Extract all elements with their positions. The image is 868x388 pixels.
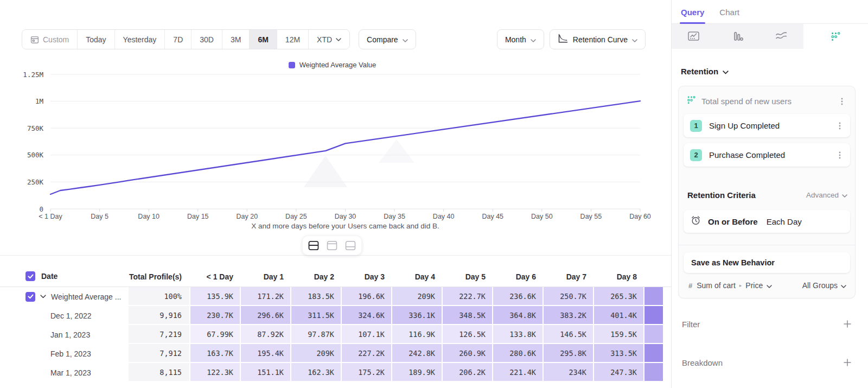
range-label: 3M	[231, 35, 241, 44]
date-header-cell: Date	[0, 271, 129, 287]
value-cell: 122.3K	[189, 363, 240, 382]
step-label: Purchase Completed	[709, 150, 828, 160]
select-all-checkbox[interactable]	[25, 271, 35, 281]
step-label: Sign Up Completed	[709, 121, 828, 130]
step-kebab-menu[interactable]	[835, 120, 845, 131]
table-row[interactable]: Feb 1, 20237,912163.7K195.4K209K227.2K24…	[0, 344, 671, 363]
chart-type-flow-button[interactable]	[760, 24, 803, 49]
behavior-steps: 1Sign Up Completed2Purchase Completed	[684, 114, 850, 167]
criteria-card[interactable]: On or Before Each Day	[684, 210, 850, 233]
chevron-down-icon	[632, 35, 637, 44]
retention-section-dropdown[interactable]: Retention	[681, 67, 856, 76]
add-filter-button[interactable]	[842, 319, 853, 329]
value-cell: 222.7K	[442, 287, 492, 306]
value-cell: 206.2K	[442, 363, 492, 382]
all-groups-label: All Groups	[802, 281, 838, 290]
layout-top-pane-view-button[interactable]	[324, 239, 340, 252]
value-cell: 183.5K	[290, 287, 341, 306]
tab-chart[interactable]: Chart	[719, 8, 739, 23]
value-cell: 227.2K	[341, 344, 391, 363]
measure-property-dropdown[interactable]: Sum of cart ▸ Price	[697, 281, 797, 290]
table-row[interactable]: Weighted Average ...100%135.9K171.2K183.…	[0, 287, 671, 306]
breakdown-section: Breakdown	[682, 357, 853, 368]
x-axis-tick-label: Day 5	[91, 213, 108, 220]
value-cell: 311.5K	[290, 306, 341, 325]
chart-type-select[interactable]: Retention Curve	[550, 29, 646, 49]
row-label-cell: Mar 1, 2023	[0, 363, 129, 382]
tab-query[interactable]: Query	[681, 8, 704, 23]
range-button-custom[interactable]: Custom	[22, 30, 78, 49]
range-button-3m[interactable]: 3M	[222, 30, 250, 49]
range-button-xtd[interactable]: XTD	[309, 30, 349, 49]
table-header-row: DateTotal Profile(s)< 1 DayDay 1Day 2Day…	[0, 256, 671, 287]
row-label-cell: Dec 1, 2022	[0, 306, 129, 325]
range-label: Yesterday	[123, 35, 157, 44]
save-as-new-behavior-label: Save as New Behavior	[691, 258, 775, 267]
retention-criteria-row: Retention Criteria Advanced	[687, 190, 847, 200]
row-label: Feb 1, 2023	[0, 349, 91, 358]
behavior-header[interactable]: Total spend of new users	[684, 91, 850, 108]
x-axis-tick-label: Day 30	[335, 213, 356, 220]
number-property-icon: #	[688, 282, 692, 290]
value-cell: 401.4K	[593, 306, 643, 325]
table-row[interactable]: Jan 1, 20237,21967.99K87.92K97.87K107.1K…	[0, 325, 671, 344]
value-cell: 159.5K	[593, 325, 643, 344]
legend-swatch	[289, 62, 295, 68]
behavior-step[interactable]: 2Purchase Completed	[684, 143, 850, 167]
profiles-cell: 8,115	[129, 363, 189, 382]
range-button-12m[interactable]: 12M	[277, 30, 309, 49]
range-button-7d[interactable]: 7D	[165, 30, 192, 49]
value-cell: 324.6K	[341, 306, 391, 325]
range-button-yesterday[interactable]: Yesterday	[115, 30, 165, 49]
row-checkbox[interactable]	[25, 292, 35, 302]
day-header-cell: Day 8	[593, 272, 643, 287]
y-axis-tick-label: 1.25M	[23, 71, 43, 79]
chart-legend[interactable]: Weighted Average Value	[0, 61, 665, 69]
behavior-step[interactable]: 1Sign Up Completed	[684, 114, 850, 137]
layout-split-view-button[interactable]	[306, 239, 322, 252]
day-header-cell: Day 7	[542, 272, 593, 287]
save-as-new-behavior-button[interactable]: Save as New Behavior	[684, 252, 850, 273]
chart-type-bar-button[interactable]	[716, 24, 760, 49]
chart-type-label: Retention Curve	[573, 35, 628, 44]
profiles-cell: 100%	[129, 287, 189, 306]
value-cell: 265.3K	[593, 287, 643, 306]
row-expander-chevron-icon[interactable]	[40, 295, 46, 298]
row-label: Weighted Average ...	[51, 292, 121, 301]
value-cell: 133.8K	[492, 325, 542, 344]
value-cell: 383.2K	[542, 306, 593, 325]
value-cell: 234K	[542, 363, 593, 382]
range-button-today[interactable]: Today	[78, 30, 114, 49]
behavior-kebab-menu[interactable]	[837, 96, 847, 107]
chart-type-insights-button[interactable]	[672, 24, 716, 49]
day-header-cell: Day 5	[442, 272, 492, 287]
profiles-cell: 9,916	[129, 306, 189, 325]
value-cell: 336.1K	[391, 306, 442, 325]
row-label: Mar 1, 2023	[0, 368, 91, 377]
table-row[interactable]: Mar 1, 20238,115122.3K151.1K162.3K175.2K…	[0, 363, 671, 382]
sidebar-tabs: Query Chart	[672, 0, 868, 24]
value-cell: 196.6K	[341, 287, 391, 306]
all-groups-dropdown[interactable]: All Groups	[802, 281, 846, 290]
day-header-cell: Day 2	[290, 272, 341, 287]
day9-partial-cell	[643, 306, 663, 325]
divider	[679, 245, 855, 245]
value-cell: 260.9K	[442, 344, 492, 363]
value-cell: 171.2K	[240, 287, 290, 306]
calendar-icon	[30, 35, 39, 44]
advanced-dropdown[interactable]: Advanced	[806, 191, 847, 199]
value-cell: 242.8K	[391, 344, 442, 363]
step-kebab-menu[interactable]	[835, 150, 845, 161]
add-breakdown-button[interactable]	[842, 357, 853, 368]
chart-type-retention-button[interactable]	[803, 24, 868, 49]
range-button-30d[interactable]: 30D	[192, 30, 222, 49]
granularity-select[interactable]: Month	[497, 29, 544, 49]
compare-button[interactable]: Compare	[359, 29, 416, 49]
layout-bottom-pane-view-button[interactable]	[343, 239, 359, 252]
behavior-card: Total spend of new users 1Sign Up Comple…	[678, 86, 856, 298]
range-button-6m[interactable]: 6M	[250, 30, 277, 49]
value-cell: 236.6K	[492, 287, 542, 306]
value-cell: 163.7K	[189, 344, 240, 363]
x-axis-tick-label: < 1 Day	[39, 213, 62, 220]
table-row[interactable]: Dec 1, 20229,916230.7K296.6K311.5K324.6K…	[0, 306, 671, 325]
